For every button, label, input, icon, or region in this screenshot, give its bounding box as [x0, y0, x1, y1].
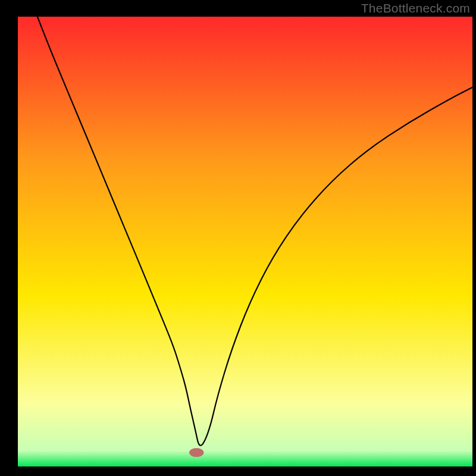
bottleneck-chart: [0, 0, 476, 476]
optimal-point-marker: [189, 448, 203, 457]
plot-background: [18, 17, 472, 466]
chart-container: TheBottleneck.com: [0, 0, 476, 476]
watermark-label: TheBottleneck.com: [361, 1, 470, 15]
